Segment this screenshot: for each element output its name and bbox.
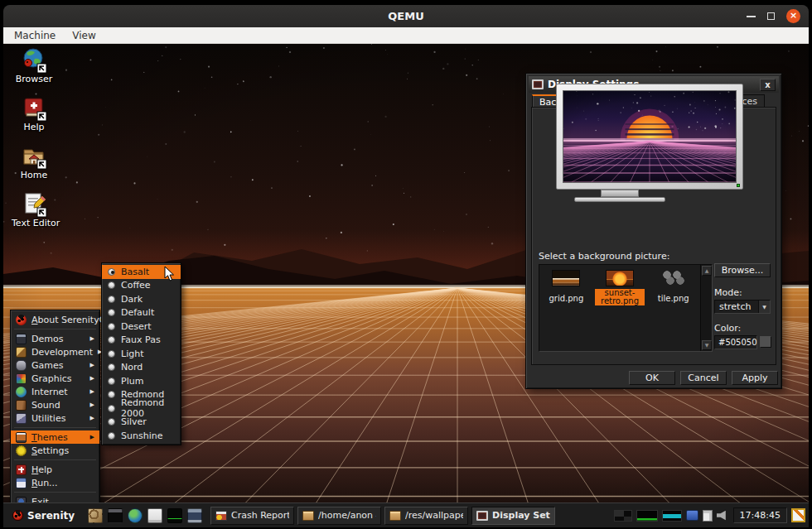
menu-separator: [14, 492, 96, 493]
scroll-down-icon[interactable]: ▼: [702, 340, 712, 350]
theme-option-light[interactable]: Light: [102, 347, 181, 361]
maximize-icon[interactable]: [767, 12, 775, 20]
menu-item-games[interactable]: Games▶: [12, 358, 98, 372]
desktop-icon-text-editor[interactable]: Text Editor: [12, 191, 56, 239]
menu-item-internet[interactable]: Internet▶: [12, 385, 98, 398]
menu-item-run[interactable]: Run...: [12, 476, 98, 489]
qemu-menu-view[interactable]: View: [72, 30, 95, 41]
menu-item-development[interactable]: Development▶: [12, 345, 98, 358]
demos-icon: [16, 334, 27, 344]
development-icon: [16, 347, 27, 358]
themes-submenu: BasaltCoffeeDarkDefaultDesertFaux PasLig…: [101, 262, 181, 445]
menu-item-demos[interactable]: Demos▶: [12, 332, 98, 345]
menu-item-themes[interactable]: Themes▶: [11, 430, 99, 444]
menu-item-help[interactable]: Help: [12, 463, 98, 476]
clock[interactable]: 17:48:45: [733, 507, 787, 523]
chevron-down-icon[interactable]: ▼: [758, 301, 770, 313]
task-label: /home/anon - File ...: [318, 510, 376, 521]
file-name: sunset-retro.png: [595, 289, 645, 305]
scroll-up-icon[interactable]: ▲: [702, 266, 712, 276]
browse-button[interactable]: Browse...: [714, 263, 771, 277]
radio-icon: [108, 391, 115, 398]
theme-option-faux-pas[interactable]: Faux Pas: [102, 334, 181, 348]
start-button[interactable]: Serenity: [7, 506, 80, 526]
chevron-right-icon: ▶: [90, 402, 94, 408]
games-icon: [16, 360, 27, 371]
task-button-res-wallpapers-f[interactable]: /res/wallpapers - F...: [384, 507, 468, 525]
quick-launch-browser-icon[interactable]: [128, 508, 143, 523]
color-input[interactable]: #505050: [714, 335, 757, 349]
theme-option-label: Plum: [121, 376, 143, 387]
dialog-buttons: OKCancelApply: [526, 371, 776, 386]
theme-option-label: Dark: [121, 294, 143, 305]
desktop-icon-column: Browser Help: [12, 47, 56, 239]
desktop-icon-help[interactable]: Help: [12, 95, 56, 143]
quick-launch-text-editor-icon[interactable]: [147, 508, 162, 523]
utilities-icon: [16, 413, 27, 424]
memory-graph-applet-icon[interactable]: [662, 510, 682, 522]
display-settings-icon: [532, 79, 544, 89]
menu-item-graphics[interactable]: Graphics▶: [12, 372, 98, 385]
quick-launch-terminal-icon[interactable]: [108, 508, 123, 523]
vm-screen: Browser Help: [3, 44, 809, 527]
minimize-icon[interactable]: [747, 16, 756, 17]
theme-option-nord[interactable]: Nord: [102, 361, 181, 375]
sound-icon: [16, 400, 27, 411]
chevron-right-icon: ▶: [90, 335, 94, 342]
keymap-applet-icon[interactable]: [686, 510, 698, 521]
start-menu: About SerenityOSDemos▶Development▶Games▶…: [10, 310, 100, 512]
file-item-grid-png[interactable]: grid.png: [541, 267, 592, 307]
menu-item-about-serenityos[interactable]: About SerenityOS: [12, 313, 98, 326]
desktop-icon-browser[interactable]: Browser: [12, 47, 56, 95]
network-graph-applet-icon[interactable]: [614, 510, 632, 522]
quick-launch-system-monitor-icon[interactable]: [167, 508, 182, 523]
theme-option-sunshine[interactable]: Sunshine: [102, 429, 181, 443]
desktop-icon-home[interactable]: Home: [12, 143, 56, 191]
menu-item-label: Internet: [31, 387, 85, 397]
display-icon: [476, 511, 488, 521]
theme-option-dark[interactable]: Dark: [102, 292, 181, 306]
close-icon[interactable]: ×: [786, 9, 800, 23]
task-label: Display Settings: [492, 510, 550, 521]
radio-icon: [108, 350, 115, 358]
file-strip: grid.pngsunset-retro.pngtile.png: [541, 267, 698, 307]
qemu-menu-machine[interactable]: Machine: [14, 30, 56, 41]
quick-launch-display-settings-icon[interactable]: [187, 508, 202, 523]
theme-option-desert[interactable]: Desert: [102, 320, 181, 334]
quick-launch-file-search-icon[interactable]: [88, 508, 103, 523]
theme-option-label: Light: [121, 349, 143, 359]
menu-item-utilities[interactable]: Utilities▶: [12, 411, 98, 425]
menu-item-sound[interactable]: Sound▶: [12, 398, 98, 411]
qemu-window-title: QEMU: [388, 10, 423, 22]
menu-item-settings[interactable]: Settings: [12, 444, 98, 457]
task-button-display-settings[interactable]: Display Settings: [471, 507, 555, 525]
window-close-icon[interactable]: x: [760, 79, 776, 91]
notes-applet-icon[interactable]: [791, 508, 805, 522]
theme-option-default[interactable]: Default: [102, 306, 181, 320]
task-button-home-anon-file[interactable]: /home/anon - File ...: [297, 507, 381, 525]
color-swatch[interactable]: [760, 336, 771, 348]
theme-option-redmond-2000[interactable]: Redmond 2000: [102, 402, 181, 416]
taskbar: Serenity Crash Reporter/home/anon - File…: [3, 503, 809, 527]
about-icon: [16, 315, 27, 325]
file-name: grid.png: [549, 294, 583, 303]
home-folder-icon: [21, 143, 47, 170]
background-file-list[interactable]: grid.pngsunset-retro.pngtile.png ▲ ▼: [539, 264, 713, 352]
cpu-graph-applet-icon[interactable]: [636, 510, 658, 522]
file-item-sunset-retro-png[interactable]: sunset-retro.png: [595, 267, 645, 307]
ok-button[interactable]: OK: [629, 371, 675, 385]
clipboard-applet-icon[interactable]: [703, 510, 713, 522]
theme-option-plum[interactable]: Plum: [102, 374, 181, 388]
menu-separator: [14, 459, 96, 460]
task-button-crash-reporter[interactable]: Crash Reporter: [210, 507, 294, 525]
mode-dropdown[interactable]: stretch ▼: [714, 300, 771, 314]
qemu-titlebar[interactable]: QEMU ×: [3, 5, 809, 27]
cancel-button[interactable]: Cancel: [680, 371, 727, 385]
file-list-scrollbar[interactable]: ▲ ▼: [700, 265, 712, 351]
folder-icon: [389, 511, 401, 521]
file-item-tile-png[interactable]: tile.png: [648, 267, 698, 307]
volume-applet-icon[interactable]: [717, 511, 728, 521]
apply-button[interactable]: Apply: [732, 371, 778, 385]
text-editor-icon: [21, 191, 47, 218]
tile-thumbnail-icon: [660, 270, 688, 286]
